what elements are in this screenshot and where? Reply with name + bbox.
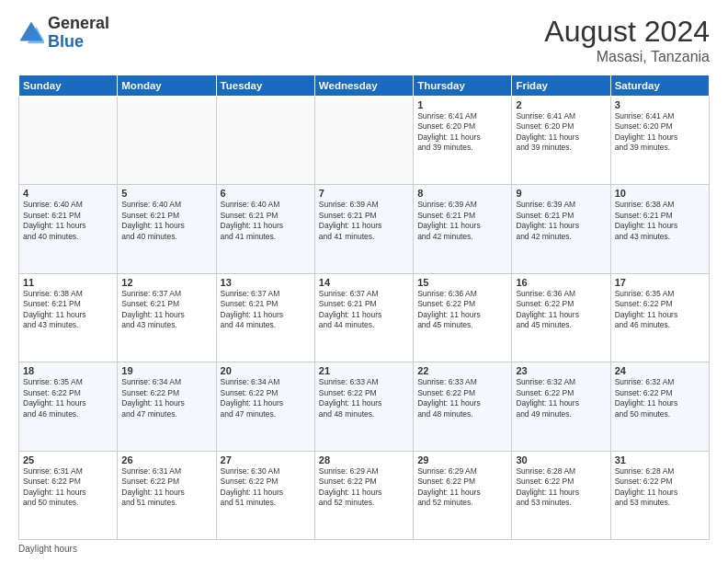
day-info: Sunrise: 6:33 AMSunset: 6:22 PMDaylight:… xyxy=(319,377,409,419)
header-sunday: Sunday xyxy=(19,75,118,97)
cell-w3-d5: 23Sunrise: 6:32 AMSunset: 6:22 PMDayligh… xyxy=(512,362,610,451)
cell-w1-d6: 10Sunrise: 6:38 AMSunset: 6:21 PMDayligh… xyxy=(610,185,709,273)
logo-text: General Blue xyxy=(48,15,109,52)
cell-w4-d4: 29Sunrise: 6:29 AMSunset: 6:22 PMDayligh… xyxy=(414,451,512,539)
day-number: 12 xyxy=(121,277,211,288)
location: Masasi, Tanzania xyxy=(544,49,710,65)
day-info: Sunrise: 6:38 AMSunset: 6:21 PMDaylight:… xyxy=(23,289,113,331)
cell-w1-d2: 6Sunrise: 6:40 AMSunset: 6:21 PMDaylight… xyxy=(216,185,314,273)
day-number: 18 xyxy=(23,365,113,376)
day-number: 8 xyxy=(417,188,507,199)
cell-w2-d4: 15Sunrise: 6:36 AMSunset: 6:22 PMDayligh… xyxy=(414,273,512,362)
title-block: August 2024 Masasi, Tanzania xyxy=(544,15,710,65)
day-number: 17 xyxy=(615,277,705,288)
day-info: Sunrise: 6:33 AMSunset: 6:22 PMDaylight:… xyxy=(417,377,507,419)
cell-w1-d4: 8Sunrise: 6:39 AMSunset: 6:21 PMDaylight… xyxy=(414,185,512,273)
calendar-table: SundayMondayTuesdayWednesdayThursdayFrid… xyxy=(18,75,710,540)
day-info: Sunrise: 6:38 AMSunset: 6:21 PMDaylight:… xyxy=(615,200,705,242)
day-number: 23 xyxy=(516,365,606,376)
day-number: 25 xyxy=(23,454,113,465)
day-info: Sunrise: 6:37 AMSunset: 6:21 PMDaylight:… xyxy=(221,289,311,331)
day-number: 11 xyxy=(23,277,113,288)
day-number: 19 xyxy=(121,365,211,376)
cell-w2-d5: 16Sunrise: 6:36 AMSunset: 6:22 PMDayligh… xyxy=(512,273,610,362)
logo-general-text: General xyxy=(48,15,109,33)
day-info: Sunrise: 6:34 AMSunset: 6:22 PMDaylight:… xyxy=(221,377,311,419)
day-number: 27 xyxy=(221,454,311,465)
day-info: Sunrise: 6:41 AMSunset: 6:20 PMDaylight:… xyxy=(615,111,705,154)
week-row-4: 25Sunrise: 6:31 AMSunset: 6:22 PMDayligh… xyxy=(19,451,710,539)
day-info: Sunrise: 6:41 AMSunset: 6:20 PMDaylight:… xyxy=(516,111,606,154)
logo: General Blue xyxy=(18,15,109,52)
day-info: Sunrise: 6:40 AMSunset: 6:21 PMDaylight:… xyxy=(23,200,113,242)
week-row-3: 18Sunrise: 6:35 AMSunset: 6:22 PMDayligh… xyxy=(19,362,710,451)
cell-w1-d5: 9Sunrise: 6:39 AMSunset: 6:21 PMDaylight… xyxy=(512,185,610,273)
day-number: 3 xyxy=(615,99,705,110)
day-info: Sunrise: 6:39 AMSunset: 6:21 PMDaylight:… xyxy=(417,200,507,242)
calendar-header: SundayMondayTuesdayWednesdayThursdayFrid… xyxy=(19,75,710,97)
day-info: Sunrise: 6:39 AMSunset: 6:21 PMDaylight:… xyxy=(516,200,606,242)
day-info: Sunrise: 6:40 AMSunset: 6:21 PMDaylight:… xyxy=(221,200,311,242)
day-number: 20 xyxy=(221,365,311,376)
day-info: Sunrise: 6:31 AMSunset: 6:22 PMDaylight:… xyxy=(23,466,113,509)
day-number: 14 xyxy=(319,277,409,288)
cell-w3-d2: 20Sunrise: 6:34 AMSunset: 6:22 PMDayligh… xyxy=(216,362,314,451)
day-number: 4 xyxy=(23,188,113,199)
day-number: 29 xyxy=(417,454,507,465)
week-row-1: 4Sunrise: 6:40 AMSunset: 6:21 PMDaylight… xyxy=(19,185,710,273)
day-info: Sunrise: 6:29 AMSunset: 6:22 PMDaylight:… xyxy=(319,466,409,509)
logo-blue-text: Blue xyxy=(48,33,109,52)
cell-w3-d1: 19Sunrise: 6:34 AMSunset: 6:22 PMDayligh… xyxy=(118,362,216,451)
footer-note: Daylight hours xyxy=(18,544,710,554)
day-info: Sunrise: 6:41 AMSunset: 6:20 PMDaylight:… xyxy=(417,111,507,154)
day-number: 30 xyxy=(516,454,606,465)
cell-w2-d2: 13Sunrise: 6:37 AMSunset: 6:21 PMDayligh… xyxy=(216,273,314,362)
day-number: 7 xyxy=(319,188,409,199)
day-info: Sunrise: 6:37 AMSunset: 6:21 PMDaylight:… xyxy=(121,289,211,331)
cell-w4-d6: 31Sunrise: 6:28 AMSunset: 6:22 PMDayligh… xyxy=(610,451,709,539)
cell-w0-d4: 1Sunrise: 6:41 AMSunset: 6:20 PMDaylight… xyxy=(414,97,512,185)
cell-w0-d0 xyxy=(19,97,118,185)
week-row-0: 1Sunrise: 6:41 AMSunset: 6:20 PMDaylight… xyxy=(19,97,710,185)
cell-w3-d3: 21Sunrise: 6:33 AMSunset: 6:22 PMDayligh… xyxy=(314,362,413,451)
cell-w3-d6: 24Sunrise: 6:32 AMSunset: 6:22 PMDayligh… xyxy=(610,362,709,451)
day-number: 16 xyxy=(516,277,606,288)
day-number: 26 xyxy=(121,454,211,465)
cell-w0-d2 xyxy=(216,97,314,185)
cell-w0-d1 xyxy=(118,97,216,185)
day-info: Sunrise: 6:37 AMSunset: 6:21 PMDaylight:… xyxy=(319,289,409,331)
header-wednesday: Wednesday xyxy=(314,75,413,97)
calendar-body: 1Sunrise: 6:41 AMSunset: 6:20 PMDaylight… xyxy=(19,97,710,540)
cell-w2-d6: 17Sunrise: 6:35 AMSunset: 6:22 PMDayligh… xyxy=(610,273,709,362)
day-number: 6 xyxy=(221,188,311,199)
month-year: August 2024 xyxy=(544,15,710,49)
cell-w2-d3: 14Sunrise: 6:37 AMSunset: 6:21 PMDayligh… xyxy=(314,273,413,362)
day-number: 22 xyxy=(417,365,507,376)
day-number: 24 xyxy=(615,365,705,376)
day-info: Sunrise: 6:30 AMSunset: 6:22 PMDaylight:… xyxy=(221,466,311,509)
day-number: 13 xyxy=(221,277,311,288)
day-number: 10 xyxy=(615,188,705,199)
day-info: Sunrise: 6:29 AMSunset: 6:22 PMDaylight:… xyxy=(417,466,507,509)
day-number: 15 xyxy=(417,277,507,288)
cell-w2-d0: 11Sunrise: 6:38 AMSunset: 6:21 PMDayligh… xyxy=(19,273,118,362)
cell-w3-d4: 22Sunrise: 6:33 AMSunset: 6:22 PMDayligh… xyxy=(414,362,512,451)
day-info: Sunrise: 6:35 AMSunset: 6:22 PMDaylight:… xyxy=(23,377,113,419)
day-info: Sunrise: 6:28 AMSunset: 6:22 PMDaylight:… xyxy=(615,466,705,509)
day-number: 31 xyxy=(615,454,705,465)
cell-w2-d1: 12Sunrise: 6:37 AMSunset: 6:21 PMDayligh… xyxy=(118,273,216,362)
header-monday: Monday xyxy=(118,75,216,97)
day-info: Sunrise: 6:36 AMSunset: 6:22 PMDaylight:… xyxy=(516,289,606,331)
cell-w3-d0: 18Sunrise: 6:35 AMSunset: 6:22 PMDayligh… xyxy=(19,362,118,451)
week-row-2: 11Sunrise: 6:38 AMSunset: 6:21 PMDayligh… xyxy=(19,273,710,362)
cell-w1-d3: 7Sunrise: 6:39 AMSunset: 6:21 PMDaylight… xyxy=(314,185,413,273)
cell-w1-d0: 4Sunrise: 6:40 AMSunset: 6:21 PMDaylight… xyxy=(19,185,118,273)
day-number: 5 xyxy=(121,188,211,199)
page: General Blue August 2024 Masasi, Tanzani… xyxy=(0,0,728,563)
day-info: Sunrise: 6:40 AMSunset: 6:21 PMDaylight:… xyxy=(121,200,211,242)
cell-w4-d5: 30Sunrise: 6:28 AMSunset: 6:22 PMDayligh… xyxy=(512,451,610,539)
day-info: Sunrise: 6:32 AMSunset: 6:22 PMDaylight:… xyxy=(615,377,705,419)
day-info: Sunrise: 6:31 AMSunset: 6:22 PMDaylight:… xyxy=(121,466,211,509)
day-number: 2 xyxy=(516,99,606,110)
day-info: Sunrise: 6:39 AMSunset: 6:21 PMDaylight:… xyxy=(319,200,409,242)
